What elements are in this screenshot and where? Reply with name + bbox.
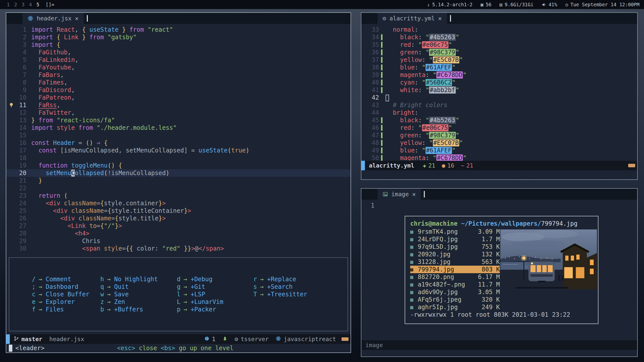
code-line[interactable]: 22 [6, 184, 351, 192]
code-line[interactable]: 7 FaBars, [6, 71, 351, 79]
file-row[interactable]: ▦24LrDFQ.jpg1.7 M [410, 235, 500, 243]
code-line[interactable]: 47 green: "#98C379" [361, 132, 637, 139]
code-line[interactable]: 3import { [6, 41, 351, 49]
whichkey-entry[interactable]: f→Files [31, 306, 100, 313]
code-line[interactable]: 10 FaPatreon, [6, 94, 351, 101]
workspace-5[interactable]: 5 [34, 2, 42, 7]
code-line[interactable]: 46 red: "#e06c75" [361, 124, 637, 132]
file-row[interactable]: ▦ad6v9Oy.jpg3.05 M [410, 288, 500, 296]
code-line[interactable]: 49 blue: "#61AFEF" [361, 147, 637, 154]
whichkey-entry[interactable]: q→Quit [100, 283, 176, 291]
code-line[interactable]: 45 black: "#4b5263" [361, 116, 637, 124]
code-line[interactable]: 5 FaLinkedin, [6, 56, 351, 64]
whichkey-entry[interactable]: T→+Treesitter [253, 291, 348, 298]
code-line[interactable]: 9 FaDiscord, [6, 86, 351, 94]
code-line[interactable]: 21 } [6, 177, 351, 184]
code-line[interactable]: 12 FaTwitter, [6, 109, 351, 116]
code-line[interactable]: 20 setMenuCollapsed(!isMenuCollapsed) [6, 169, 351, 177]
command-line[interactable] [361, 170, 637, 179]
file-row[interactable]: ▦882720.png6.17 M [410, 273, 500, 281]
code-line[interactable]: 25 <div className={style.titleContainer}… [6, 207, 351, 215]
code-line[interactable]: 43 # Bright colors [361, 101, 637, 109]
whichkey-entry[interactable]: L→+LunarVim [176, 298, 253, 306]
whichkey-entry[interactable]: g→+Git [176, 283, 253, 291]
code-line[interactable]: 40 cyan: "#56B6C2" [361, 79, 637, 86]
code-line[interactable]: 36 green: "#98C379" [361, 49, 637, 56]
whichkey-entry[interactable]: d→+Debug [176, 275, 253, 283]
workspace-2[interactable]: 2 [12, 2, 19, 7]
code-line[interactable]: 37 yellow: "#E5C07B" [361, 56, 637, 64]
code-line[interactable]: 15 [6, 132, 351, 139]
code-line[interactable]: 1import React, { useState } from "react" [6, 26, 351, 33]
line-text: <div className={style.title}> [31, 215, 166, 222]
file-row[interactable]: ▦a19c482f~.png11.7 M [410, 281, 500, 288]
whichkey-entry[interactable]: l→+LSP [176, 291, 253, 298]
whichkey-entry[interactable]: s→+Search [253, 283, 348, 291]
file-row[interactable]: ▦9rsmTK4.png3.09 M [410, 228, 500, 235]
code-line[interactable]: 18 [6, 154, 351, 162]
code-line[interactable]: 39 magenta: "#C678DD" [361, 71, 637, 79]
workspace-4[interactable]: 4 [27, 2, 34, 7]
file-row[interactable]: ▦97q9L5D.jpg753 K [410, 243, 500, 251]
git-change-bar [381, 147, 383, 153]
code-line[interactable]: 33 normal: [361, 26, 637, 33]
code-line[interactable]: 13} from "react-icons/fa" [6, 116, 351, 124]
code-line[interactable]: 4 FaGithub, [6, 49, 351, 56]
code-line[interactable]: 28 <h4> [6, 230, 351, 237]
code-area-alacritty-yml[interactable]: 33 normal:34 black: "#4b5263"35 red: "#e… [361, 24, 637, 161]
whichkey-entry[interactable]: b→+Buffers [100, 306, 176, 313]
whichkey-entry[interactable]: r→+Replace [253, 275, 348, 283]
file-name: aghr5Ip.jpg [418, 303, 458, 311]
whichkey-entry[interactable]: p→+Packer [176, 306, 253, 313]
whichkey-entry[interactable]: w→Save [100, 291, 176, 298]
whichkey-entry[interactable]: e→Explorer [31, 298, 100, 306]
close-icon[interactable]: × [438, 15, 442, 22]
close-icon[interactable]: × [412, 191, 416, 198]
command-line[interactable]: <leader> <esc> close <bs> go up one leve… [6, 344, 351, 352]
whichkey-key: h [100, 275, 104, 283]
code-line[interactable]: 42 [361, 94, 637, 101]
whichkey-key: d [176, 275, 181, 283]
code-line[interactable]: 29 Chris [6, 237, 351, 245]
code-line[interactable]: 27 <Link to={"/"}> [6, 222, 351, 230]
file-row[interactable]: ▦31228.jpg563 K [410, 258, 500, 266]
file-row[interactable]: ▦20920.jpg132 K [410, 251, 500, 258]
code-line[interactable]: 26 <div className={style.title}> [6, 215, 351, 222]
file-row[interactable]: ▦AFq5r6j.jpeg320 K [410, 296, 500, 303]
whichkey-entry[interactable]: /→Comment [31, 275, 100, 283]
code-line[interactable]: 41 white: "#abb2bf" [361, 86, 637, 94]
line-number: 45 [364, 116, 379, 124]
terminal-content[interactable]: 1 chris@machine ~/Pictures/wallpapers/79… [361, 200, 637, 340]
tab-alacritty-yml[interactable]: ⚙ alacritty.yml × [377, 13, 447, 24]
whichkey-entry[interactable]: ;→Dashboard [31, 283, 100, 291]
file-row[interactable]: ▦aghr5Ip.jpg249 K [410, 303, 500, 311]
code-line[interactable]: 48 yellow: "#E5C07B" [361, 139, 637, 147]
git-added-sign [379, 86, 386, 94]
code-line[interactable]: 2import { Link } from "gatsby" [6, 33, 351, 41]
code-line[interactable]: 11 FaRss, [6, 101, 351, 109]
code-line[interactable]: 16const Header = () ⇒ { [6, 139, 351, 147]
whichkey-entry[interactable]: c→Close Buffer [31, 291, 100, 298]
git-added-sign [379, 56, 386, 64]
tab-image[interactable]: image × [377, 189, 421, 200]
code-line[interactable]: 24 <div className={style.container}> [6, 199, 351, 207]
code-line[interactable]: 50 magenta: "#C678DD" [361, 154, 637, 161]
code-line[interactable]: 35 red: "#e06c75" [361, 41, 637, 49]
code-line[interactable]: 44 bright: [361, 109, 637, 116]
whichkey-entry[interactable]: h→No Highlight [100, 275, 176, 283]
code-line[interactable]: 38 blue: "#61AFEF" [361, 64, 637, 71]
code-line[interactable]: 6 FaYoutube, [6, 64, 351, 71]
code-line[interactable]: 23 return ( [6, 192, 351, 199]
code-line[interactable]: 30 <span style={{ color: "red" }}>@</spa… [6, 245, 351, 252]
close-icon[interactable]: × [75, 15, 79, 22]
code-line[interactable]: 17 const [isMenuCollapsed, setMenuCollap… [6, 147, 351, 154]
code-line[interactable]: 19 function toggleMenu() { [6, 162, 351, 169]
code-line[interactable]: 8 FaTimes, [6, 79, 351, 86]
code-line[interactable]: 34 black: "#4b5263" [361, 33, 637, 41]
workspace-3[interactable]: 3 [19, 2, 27, 7]
code-line[interactable]: 14import style from "./header.module.les… [6, 124, 351, 132]
file-row[interactable]: ▦799794.jpg803 K [410, 266, 500, 273]
whichkey-entry[interactable]: z→Zen [100, 298, 176, 306]
tab-header-jsx[interactable]: header.jsx × [22, 13, 84, 24]
workspace-1[interactable]: 1 [5, 2, 12, 7]
